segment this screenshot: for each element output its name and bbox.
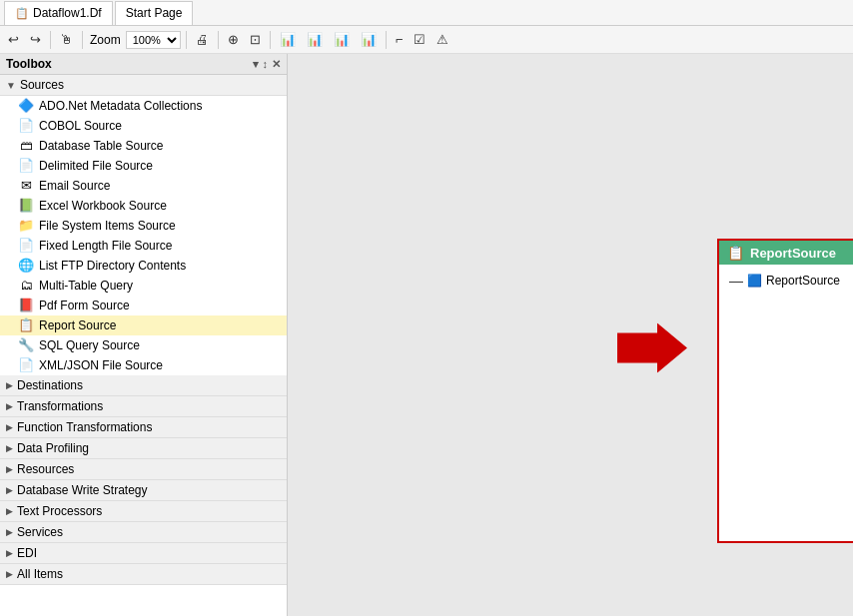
email-label: Email Source — [39, 179, 110, 193]
database-write-section-label: Database Write Strategy — [17, 483, 148, 497]
transformations-section-header[interactable]: ▶ Transformations — [0, 396, 287, 417]
sidebar-item-excel[interactable]: 📗 Excel Workbook Source — [0, 196, 287, 216]
chart-btn-1[interactable]: 📊 — [276, 29, 300, 51]
sql-query-icon: 🔧 — [18, 337, 34, 352]
toolbar-separator-4 — [218, 31, 219, 49]
sidebar-item-multi-table[interactable]: 🗂 Multi-Table Query — [0, 276, 287, 296]
tab-bar: 📋 Dataflow1.Df Start Page — [0, 0, 853, 26]
zoom-fit-button[interactable]: ⊕ — [224, 29, 243, 51]
chart-btn-2[interactable]: 📊 — [303, 29, 327, 51]
sidebar-item-list-ftp[interactable]: 🌐 List FTP Directory Contents — [0, 256, 287, 276]
sidebar-item-pdf-form[interactable]: 📕 Pdf Form Source — [0, 296, 287, 315]
database-write-section-header[interactable]: ▶ Database Write Strategy — [0, 480, 287, 501]
resources-section-label: Resources — [17, 462, 74, 476]
undo-button[interactable]: ↩ — [4, 29, 23, 51]
component-collapse-icon: — — [729, 273, 743, 289]
list-ftp-label: List FTP Directory Contents — [39, 259, 186, 273]
chart-btn-4[interactable]: 📊 — [357, 29, 381, 51]
redo-button[interactable]: ↪ — [26, 29, 45, 51]
sidebar-item-file-system[interactable]: 📁 File System Items Source — [0, 216, 287, 236]
component-header: 📋 ReportSource ▲ — [719, 241, 853, 265]
toolbox-float-btn[interactable]: ↕ — [263, 58, 269, 71]
data-profiling-section-header[interactable]: ▶ Data Profiling — [0, 438, 287, 459]
cobol-label: COBOL Source — [39, 119, 122, 133]
resources-section-header[interactable]: ▶ Resources — [0, 459, 287, 480]
fixed-length-icon: 📄 — [18, 238, 34, 253]
function-transformations-arrow-icon: ▶ — [6, 422, 13, 432]
component-header-left: 📋 ReportSource — [727, 245, 836, 261]
tab-dataflow-label: Dataflow1.Df — [33, 6, 102, 20]
database-write-arrow-icon: ▶ — [6, 485, 13, 495]
pointer-button[interactable]: 🖱 — [56, 29, 77, 51]
transformations-arrow-icon: ▶ — [6, 401, 13, 411]
destinations-arrow-icon: ▶ — [6, 380, 13, 390]
sidebar-item-database-table[interactable]: 🗃 Database Table Source — [0, 136, 287, 156]
sidebar-item-email[interactable]: ✉ Email Source — [0, 176, 287, 196]
component-item-icon: 🟦 — [747, 274, 762, 288]
toolbox-close-btn[interactable]: ✕ — [272, 58, 281, 71]
text-processors-section-header[interactable]: ▶ Text Processors — [0, 501, 287, 522]
report-source-icon: 📋 — [18, 317, 34, 332]
sidebar-item-xml-json[interactable]: 📄 XML/JSON File Source — [0, 355, 287, 375]
zoom-label: Zoom — [90, 33, 121, 47]
xml-json-label: XML/JSON File Source — [39, 358, 163, 372]
chart-btn-3[interactable]: 📊 — [330, 29, 354, 51]
check-btn[interactable]: ☑ — [410, 29, 429, 51]
sidebar-item-ado-net[interactable]: 🔷 ADO.Net Metadata Collections — [0, 96, 287, 116]
sidebar-item-delimited-file[interactable]: 📄 Delimited File Source — [0, 156, 287, 176]
sidebar-item-fixed-length[interactable]: 📄 Fixed Length File Source — [0, 236, 287, 256]
toolbar-separator-5 — [270, 31, 271, 49]
toolbox-header: Toolbox ▾ ↕ ✕ — [0, 54, 287, 75]
toolbox-content: ▼ Sources 🔷 ADO.Net Metadata Collections… — [0, 75, 287, 616]
pdf-form-label: Pdf Form Source — [39, 299, 130, 312]
zoom-select[interactable]: 100% 75% 50% 150% — [126, 31, 181, 49]
list-ftp-icon: 🌐 — [18, 258, 34, 273]
warning-btn[interactable]: ⚠ — [432, 29, 452, 51]
text-processors-arrow-icon: ▶ — [6, 506, 13, 516]
services-arrow-icon: ▶ — [6, 527, 13, 537]
canvas-area[interactable]: 📋 ReportSource ▲ — 🟦 ReportSource — [288, 54, 853, 616]
resources-arrow-icon: ▶ — [6, 464, 13, 474]
print-button[interactable]: 🖨 — [192, 29, 213, 51]
component-body: — 🟦 ReportSource — [719, 265, 853, 297]
sidebar-item-sql-query[interactable]: 🔧 SQL Query Source — [0, 335, 287, 355]
all-items-section-header[interactable]: ▶ All Items — [0, 564, 287, 585]
all-items-arrow-icon: ▶ — [6, 569, 13, 579]
sources-section-label: Sources — [20, 78, 64, 92]
component-header-icon: 📋 — [727, 245, 744, 261]
toolbox-pin-btn[interactable]: ▾ — [253, 58, 259, 71]
excel-label: Excel Workbook Source — [39, 199, 167, 213]
services-section-header[interactable]: ▶ Services — [0, 522, 287, 543]
sources-arrow-icon: ▼ — [6, 80, 16, 91]
drag-arrow-indicator — [617, 323, 687, 384]
database-table-icon: 🗃 — [18, 138, 34, 153]
sources-section-header[interactable]: ▼ Sources — [0, 75, 287, 96]
toolbar-separator-2 — [82, 31, 83, 49]
toolbox-title: Toolbox — [6, 57, 52, 71]
ado-net-icon: 🔷 — [18, 98, 34, 113]
text-processors-section-label: Text Processors — [17, 504, 102, 518]
email-icon: ✉ — [18, 178, 34, 193]
delimited-file-label: Delimited File Source — [39, 159, 153, 173]
flow-btn[interactable]: ⌐ — [392, 29, 408, 51]
component-report-source-item[interactable]: — 🟦 ReportSource — [725, 271, 853, 291]
sidebar-item-report-source[interactable]: 📋 Report Source — [0, 315, 287, 335]
function-transformations-section-header[interactable]: ▶ Function Transformations — [0, 417, 287, 438]
toolbar: ↩ ↪ 🖱 Zoom 100% 75% 50% 150% 🖨 ⊕ ⊡ 📊 📊 📊… — [0, 26, 853, 54]
file-system-label: File System Items Source — [39, 219, 176, 233]
edi-arrow-icon: ▶ — [6, 548, 13, 558]
tab-start-page[interactable]: Start Page — [115, 1, 194, 25]
zoom-out-button[interactable]: ⊡ — [246, 29, 265, 51]
excel-icon: 📗 — [18, 198, 34, 213]
component-item-label: ReportSource — [766, 274, 840, 288]
fixed-length-label: Fixed Length File Source — [39, 239, 172, 253]
toolbar-separator-1 — [50, 31, 51, 49]
component-box[interactable]: 📋 ReportSource ▲ — 🟦 ReportSource — [717, 239, 853, 543]
component-title: ReportSource — [750, 246, 836, 261]
sidebar-item-cobol[interactable]: 📄 COBOL Source — [0, 116, 287, 136]
edi-section-header[interactable]: ▶ EDI — [0, 543, 287, 564]
cobol-icon: 📄 — [18, 118, 34, 133]
tab-dataflow[interactable]: 📋 Dataflow1.Df — [4, 1, 113, 25]
destinations-section-header[interactable]: ▶ Destinations — [0, 375, 287, 396]
function-transformations-section-label: Function Transformations — [17, 420, 152, 434]
